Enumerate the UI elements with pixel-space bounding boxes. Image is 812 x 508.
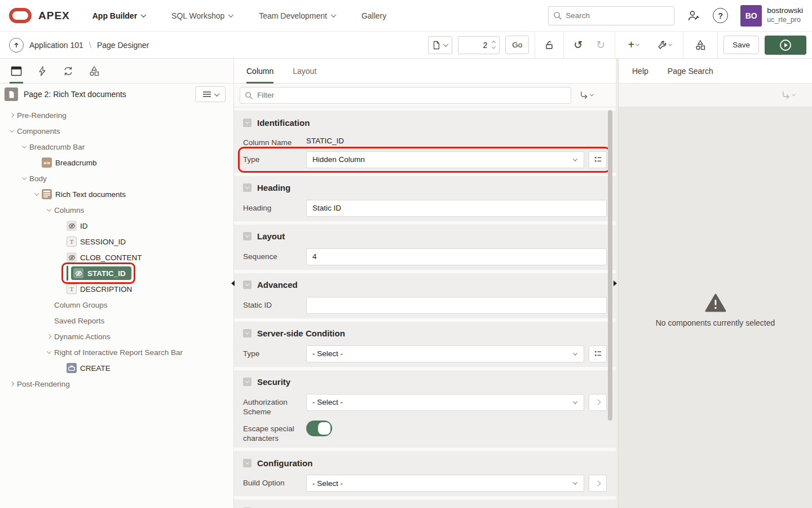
section-header-identification[interactable]: Identification bbox=[243, 114, 607, 131]
tree-item-dynamic-actions[interactable]: Dynamic Actions bbox=[0, 329, 233, 344]
collapse-icon[interactable] bbox=[243, 183, 251, 192]
selected-node[interactable]: STATIC_ID bbox=[71, 266, 131, 280]
section-header-heading[interactable]: Heading bbox=[243, 179, 607, 196]
tree-menu-button[interactable] bbox=[195, 86, 226, 102]
type-quickpick-list-icon[interactable] bbox=[589, 151, 607, 168]
tree-item-rich-text-documents[interactable]: Rich Text documents bbox=[0, 186, 233, 202]
admin-icon[interactable] bbox=[687, 9, 700, 23]
tree-item-clob-content[interactable]: CLOB_CONTENT bbox=[0, 249, 233, 265]
section-header-advanced[interactable]: Advanced bbox=[243, 277, 607, 294]
authorization-scheme-select[interactable]: - Select - bbox=[306, 394, 584, 411]
tree-item-saved-reports[interactable]: Saved Reports bbox=[0, 313, 233, 329]
tab-page-search[interactable]: Page Search bbox=[668, 67, 713, 76]
nav-gallery[interactable]: Gallery bbox=[361, 11, 386, 20]
collapse-icon[interactable] bbox=[243, 281, 251, 289]
up-to-application-icon[interactable] bbox=[9, 38, 24, 52]
tree-chevron-down-icon[interactable] bbox=[32, 192, 42, 196]
tree-item-breadcrumb[interactable]: »»Breadcrumb bbox=[0, 155, 233, 170]
tree-item-label: Body bbox=[29, 174, 47, 183]
nav-app-builder[interactable]: App Builder bbox=[92, 11, 145, 20]
tree-item-pre-rendering[interactable]: Pre-Rendering bbox=[0, 107, 233, 123]
global-search-input[interactable] bbox=[548, 6, 674, 25]
section-header-server-side-condition[interactable]: Server-side Condition bbox=[243, 325, 607, 342]
tree-item-body[interactable]: Body bbox=[0, 170, 233, 186]
tab-rendering[interactable] bbox=[6, 59, 27, 84]
section-header-configuration[interactable]: Configuration bbox=[243, 454, 607, 471]
go-to-section-icon-disabled[interactable] bbox=[781, 91, 795, 99]
tree-item-session-id[interactable]: TSESSION_ID bbox=[0, 234, 233, 249]
designer-toolbar: Application 101 \ Page Designer Go ↺ ↻ + bbox=[0, 32, 812, 59]
tree-chevron-right-icon[interactable] bbox=[7, 382, 17, 386]
tree-chevron-down-icon[interactable] bbox=[19, 145, 29, 148]
tree-item-description[interactable]: TDESCRIPTION bbox=[0, 281, 233, 297]
tree-item-components[interactable]: Components bbox=[0, 123, 233, 139]
collapse-right-splitter[interactable] bbox=[614, 281, 617, 286]
tab-layout[interactable]: Layout bbox=[293, 59, 316, 84]
warning-icon bbox=[705, 294, 726, 313]
tree-item-columns[interactable]: Columns bbox=[0, 202, 233, 218]
tree-item-column-groups[interactable]: Column Groups bbox=[0, 297, 233, 313]
section-header-comments[interactable]: Comments bbox=[243, 503, 607, 508]
breadcrumb-application[interactable]: Application 101 bbox=[29, 41, 83, 50]
escape-special-characters-toggle[interactable] bbox=[306, 421, 332, 436]
shared-components-icon[interactable] bbox=[689, 36, 712, 54]
brand-title: APEX bbox=[38, 10, 70, 22]
redo-icon[interactable]: ↻ bbox=[592, 36, 609, 54]
page-number-spinner[interactable] bbox=[491, 40, 497, 50]
tree-item-create[interactable]: CREATE bbox=[0, 360, 233, 376]
user-menu[interactable]: BO bostrowski uc_rte_pro bbox=[740, 5, 803, 27]
text-icon: T bbox=[67, 237, 77, 247]
page-selector[interactable] bbox=[428, 36, 452, 54]
save-button[interactable]: Save bbox=[723, 36, 759, 54]
type-select[interactable]: Hidden Column bbox=[306, 151, 584, 168]
collapse-icon[interactable] bbox=[243, 329, 251, 338]
property-scrollbar[interactable] bbox=[608, 110, 612, 421]
heading-input[interactable] bbox=[306, 200, 607, 217]
chevron-down-icon bbox=[228, 12, 234, 17]
go-button[interactable]: Go bbox=[505, 36, 529, 54]
tree-chevron-down-icon[interactable] bbox=[19, 177, 29, 180]
authorization-scheme-goto-icon[interactable] bbox=[589, 394, 607, 411]
section-header-security[interactable]: Security bbox=[243, 374, 607, 391]
utilities-wrench-icon[interactable] bbox=[651, 36, 677, 54]
type-select[interactable]: - Select - bbox=[306, 345, 584, 362]
nav-team-development[interactable]: Team Development bbox=[259, 11, 336, 20]
empty-selection-message: No components currently selected bbox=[656, 318, 775, 327]
go-to-group-icon[interactable] bbox=[579, 91, 608, 99]
page-number-input[interactable] bbox=[467, 41, 487, 50]
tree-item-id[interactable]: ID bbox=[0, 218, 233, 234]
static-id-input[interactable] bbox=[306, 297, 607, 314]
lock-icon[interactable] bbox=[541, 36, 558, 54]
tree-item-post-rendering[interactable]: Post-Rendering bbox=[0, 376, 233, 392]
tree-item-right-of-interactive-report-search-bar[interactable]: Right of Interactive Report Search Bar bbox=[0, 344, 233, 360]
type-quickpick-list-icon[interactable] bbox=[589, 345, 607, 362]
collapse-icon[interactable] bbox=[243, 232, 251, 240]
property-filter-input[interactable] bbox=[240, 87, 571, 104]
collapse-icon[interactable] bbox=[243, 459, 251, 467]
tree-chevron-right-icon[interactable] bbox=[44, 335, 54, 338]
section-header-layout[interactable]: Layout bbox=[243, 228, 607, 245]
tab-processing[interactable] bbox=[58, 59, 79, 84]
undo-icon[interactable]: ↺ bbox=[570, 36, 586, 54]
tree-chevron-down-icon[interactable] bbox=[44, 351, 54, 354]
tree-item-static-id[interactable]: STATIC_ID bbox=[0, 265, 233, 281]
collapse-icon[interactable] bbox=[243, 119, 251, 127]
sequence-input[interactable] bbox=[306, 248, 607, 265]
collapse-icon[interactable] bbox=[243, 378, 251, 386]
tab-help[interactable]: Help bbox=[632, 67, 648, 76]
tree-chevron-right-icon[interactable] bbox=[7, 113, 17, 117]
play-icon bbox=[779, 39, 792, 51]
tree-item-breadcrumb-bar[interactable]: Breadcrumb Bar bbox=[0, 139, 233, 155]
build-option-goto-icon[interactable] bbox=[589, 475, 607, 492]
nav-sql-workshop[interactable]: SQL Workshop bbox=[171, 11, 233, 20]
tree-chevron-down-icon[interactable] bbox=[44, 208, 54, 212]
build-option-select[interactable]: - Select - bbox=[306, 475, 584, 492]
tree-chevron-down-icon[interactable] bbox=[7, 129, 17, 133]
run-page-button[interactable] bbox=[765, 36, 806, 55]
collapse-left-splitter[interactable] bbox=[231, 281, 235, 286]
tab-dynamic-actions[interactable] bbox=[32, 59, 53, 84]
create-plus-icon[interactable]: + bbox=[621, 36, 646, 54]
tab-page-shared-components[interactable] bbox=[83, 59, 105, 84]
tab-column[interactable]: Column bbox=[246, 59, 273, 84]
help-icon[interactable]: ? bbox=[713, 8, 728, 23]
